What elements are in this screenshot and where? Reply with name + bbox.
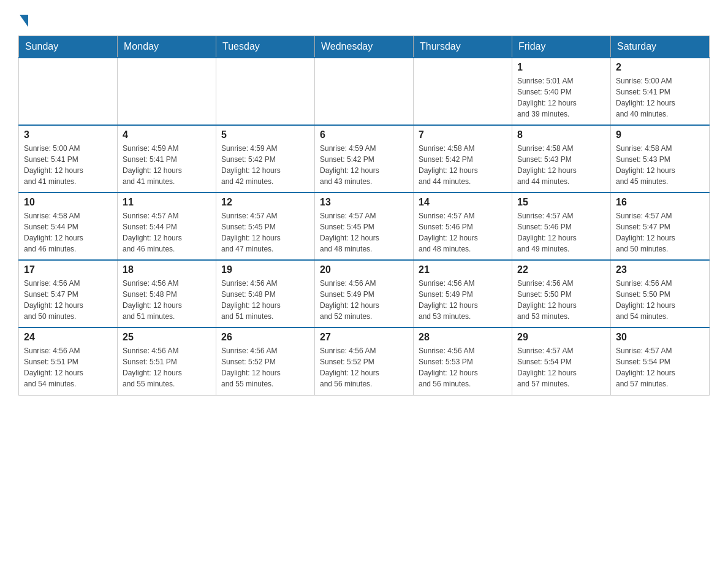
day-number: 25: [123, 332, 211, 343]
calendar-cell: 27Sunrise: 4:56 AM Sunset: 5:52 PM Dayli…: [315, 327, 414, 395]
calendar-cell: 16Sunrise: 4:57 AM Sunset: 5:47 PM Dayli…: [611, 193, 710, 260]
day-number: 20: [320, 264, 408, 275]
day-number: 8: [517, 129, 605, 140]
calendar-cell: 28Sunrise: 4:56 AM Sunset: 5:53 PM Dayli…: [414, 327, 512, 395]
calendar-cell: 4Sunrise: 4:59 AM Sunset: 5:41 PM Daylig…: [118, 125, 216, 193]
day-info: Sunrise: 4:56 AM Sunset: 5:48 PM Dayligh…: [123, 278, 211, 322]
calendar-cell: 30Sunrise: 4:57 AM Sunset: 5:54 PM Dayli…: [611, 327, 710, 395]
page-header: [18, 12, 710, 25]
day-number: 13: [320, 197, 408, 208]
day-number: 9: [616, 129, 704, 140]
day-info: Sunrise: 4:56 AM Sunset: 5:52 PM Dayligh…: [221, 345, 309, 389]
day-number: 5: [221, 129, 309, 140]
day-info: Sunrise: 4:56 AM Sunset: 5:53 PM Dayligh…: [419, 345, 507, 389]
day-info: Sunrise: 5:01 AM Sunset: 5:40 PM Dayligh…: [517, 75, 605, 120]
day-number: 2: [616, 62, 704, 73]
weekday-header-tuesday: Tuesday: [216, 36, 315, 58]
calendar-cell: 10Sunrise: 4:58 AM Sunset: 5:44 PM Dayli…: [19, 193, 118, 260]
calendar-cell: 23Sunrise: 4:56 AM Sunset: 5:50 PM Dayli…: [611, 260, 710, 327]
day-info: Sunrise: 4:56 AM Sunset: 5:51 PM Dayligh…: [123, 345, 211, 389]
day-number: 19: [221, 264, 309, 275]
day-number: 17: [24, 264, 112, 275]
day-info: Sunrise: 4:59 AM Sunset: 5:41 PM Dayligh…: [123, 143, 211, 187]
day-number: 30: [616, 332, 704, 343]
day-number: 16: [616, 197, 704, 208]
calendar-cell: 21Sunrise: 4:56 AM Sunset: 5:49 PM Dayli…: [414, 260, 512, 327]
day-info: Sunrise: 4:58 AM Sunset: 5:42 PM Dayligh…: [419, 143, 507, 187]
calendar-cell: 25Sunrise: 4:56 AM Sunset: 5:51 PM Dayli…: [118, 327, 216, 395]
calendar-cell: 26Sunrise: 4:56 AM Sunset: 5:52 PM Dayli…: [216, 327, 315, 395]
day-number: 28: [419, 332, 507, 343]
calendar-cell: 1Sunrise: 5:01 AM Sunset: 5:40 PM Daylig…: [512, 58, 611, 125]
weekday-header-sunday: Sunday: [19, 36, 118, 58]
day-info: Sunrise: 4:57 AM Sunset: 5:44 PM Dayligh…: [123, 210, 211, 255]
calendar-cell: 3Sunrise: 5:00 AM Sunset: 5:41 PM Daylig…: [19, 125, 118, 193]
day-info: Sunrise: 4:58 AM Sunset: 5:43 PM Dayligh…: [616, 143, 704, 187]
weekday-header-wednesday: Wednesday: [315, 36, 414, 58]
day-info: Sunrise: 4:56 AM Sunset: 5:51 PM Dayligh…: [24, 345, 112, 389]
calendar-cell: [19, 58, 118, 125]
calendar-cell: 20Sunrise: 4:56 AM Sunset: 5:49 PM Dayli…: [315, 260, 414, 327]
day-number: 27: [320, 332, 408, 343]
day-info: Sunrise: 4:59 AM Sunset: 5:42 PM Dayligh…: [320, 143, 408, 187]
calendar-cell: 8Sunrise: 4:58 AM Sunset: 5:43 PM Daylig…: [512, 125, 611, 193]
day-number: 26: [221, 332, 309, 343]
day-info: Sunrise: 4:56 AM Sunset: 5:52 PM Dayligh…: [320, 345, 408, 389]
day-number: 23: [616, 264, 704, 275]
day-number: 29: [517, 332, 605, 343]
day-number: 4: [123, 129, 211, 140]
day-info: Sunrise: 4:57 AM Sunset: 5:54 PM Dayligh…: [616, 345, 704, 389]
day-info: Sunrise: 4:56 AM Sunset: 5:49 PM Dayligh…: [320, 278, 408, 322]
day-number: 18: [123, 264, 211, 275]
calendar-cell: 11Sunrise: 4:57 AM Sunset: 5:44 PM Dayli…: [118, 193, 216, 260]
day-number: 3: [24, 129, 112, 140]
day-info: Sunrise: 5:00 AM Sunset: 5:41 PM Dayligh…: [616, 75, 704, 120]
day-info: Sunrise: 4:56 AM Sunset: 5:50 PM Dayligh…: [517, 278, 605, 322]
logo: [18, 12, 28, 25]
day-number: 10: [24, 197, 112, 208]
calendar-cell: 2Sunrise: 5:00 AM Sunset: 5:41 PM Daylig…: [611, 58, 710, 125]
day-info: Sunrise: 4:56 AM Sunset: 5:49 PM Dayligh…: [419, 278, 507, 322]
day-info: Sunrise: 4:57 AM Sunset: 5:45 PM Dayligh…: [221, 210, 309, 255]
day-info: Sunrise: 4:58 AM Sunset: 5:43 PM Dayligh…: [517, 143, 605, 187]
weekday-header-saturday: Saturday: [611, 36, 710, 58]
calendar-cell: [414, 58, 512, 125]
calendar-cell: 7Sunrise: 4:58 AM Sunset: 5:42 PM Daylig…: [414, 125, 512, 193]
day-number: 15: [517, 197, 605, 208]
calendar-cell: 22Sunrise: 4:56 AM Sunset: 5:50 PM Dayli…: [512, 260, 611, 327]
day-info: Sunrise: 4:57 AM Sunset: 5:47 PM Dayligh…: [616, 210, 704, 255]
week-row-3: 10Sunrise: 4:58 AM Sunset: 5:44 PM Dayli…: [19, 193, 710, 260]
calendar-cell: 19Sunrise: 4:56 AM Sunset: 5:48 PM Dayli…: [216, 260, 315, 327]
day-info: Sunrise: 4:56 AM Sunset: 5:47 PM Dayligh…: [24, 278, 112, 322]
day-info: Sunrise: 4:57 AM Sunset: 5:45 PM Dayligh…: [320, 210, 408, 255]
calendar-cell: 15Sunrise: 4:57 AM Sunset: 5:46 PM Dayli…: [512, 193, 611, 260]
day-info: Sunrise: 4:56 AM Sunset: 5:50 PM Dayligh…: [616, 278, 704, 322]
day-info: Sunrise: 4:57 AM Sunset: 5:46 PM Dayligh…: [419, 210, 507, 255]
calendar-cell: [315, 58, 414, 125]
day-number: 11: [123, 197, 211, 208]
calendar-cell: 13Sunrise: 4:57 AM Sunset: 5:45 PM Dayli…: [315, 193, 414, 260]
day-number: 7: [419, 129, 507, 140]
week-row-2: 3Sunrise: 5:00 AM Sunset: 5:41 PM Daylig…: [19, 125, 710, 193]
day-number: 24: [24, 332, 112, 343]
calendar-cell: 29Sunrise: 4:57 AM Sunset: 5:54 PM Dayli…: [512, 327, 611, 395]
day-number: 21: [419, 264, 507, 275]
day-number: 14: [419, 197, 507, 208]
day-number: 1: [517, 62, 605, 73]
calendar-cell: 18Sunrise: 4:56 AM Sunset: 5:48 PM Dayli…: [118, 260, 216, 327]
calendar-cell: [118, 58, 216, 125]
week-row-1: 1Sunrise: 5:01 AM Sunset: 5:40 PM Daylig…: [19, 58, 710, 125]
day-number: 6: [320, 129, 408, 140]
week-row-5: 24Sunrise: 4:56 AM Sunset: 5:51 PM Dayli…: [19, 327, 710, 395]
weekday-header-friday: Friday: [512, 36, 611, 58]
calendar-cell: 6Sunrise: 4:59 AM Sunset: 5:42 PM Daylig…: [315, 125, 414, 193]
day-info: Sunrise: 5:00 AM Sunset: 5:41 PM Dayligh…: [24, 143, 112, 187]
calendar-cell: 9Sunrise: 4:58 AM Sunset: 5:43 PM Daylig…: [611, 125, 710, 193]
day-number: 22: [517, 264, 605, 275]
day-info: Sunrise: 4:57 AM Sunset: 5:54 PM Dayligh…: [517, 345, 605, 389]
weekday-header-row: SundayMondayTuesdayWednesdayThursdayFrid…: [19, 36, 710, 58]
day-number: 12: [221, 197, 309, 208]
calendar-cell: [216, 58, 315, 125]
logo-triangle-icon: [20, 15, 28, 27]
calendar-table: SundayMondayTuesdayWednesdayThursdayFrid…: [18, 36, 710, 396]
